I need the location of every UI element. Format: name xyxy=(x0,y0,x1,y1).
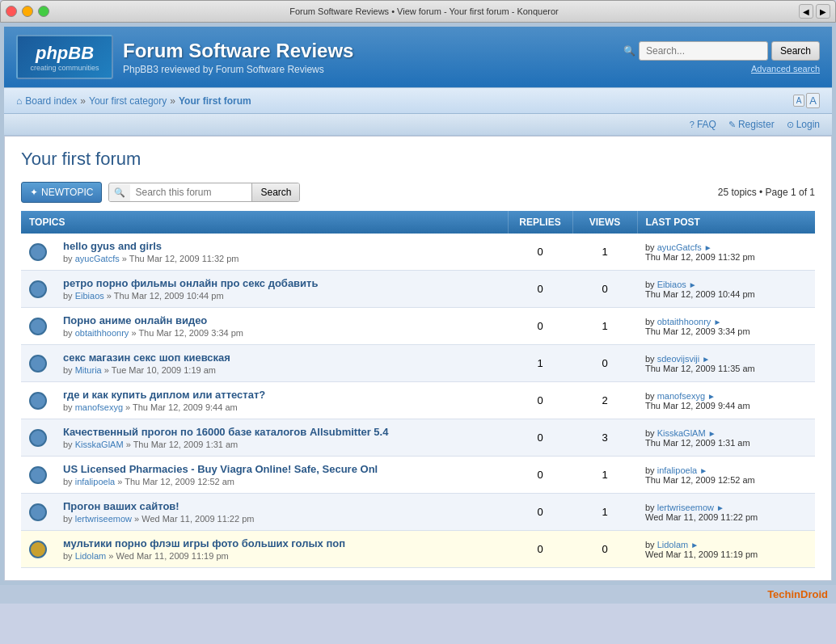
topic-meta: by Eibiaos » Thu Mar 12, 2009 10:44 pm xyxy=(63,291,500,301)
topic-replies: 0 xyxy=(508,382,572,419)
new-topic-button[interactable]: ✦ NEWTOPIC xyxy=(21,182,102,203)
topic-author-link[interactable]: infalipoela xyxy=(75,477,116,486)
lastpost-author-link[interactable]: infalipoela xyxy=(657,465,698,475)
topic-info-cell: где и как купить диплом или аттестат? by… xyxy=(55,382,508,419)
topic-title[interactable]: мультики порно флэш игры фото больших го… xyxy=(63,537,500,549)
topic-views: 1 xyxy=(572,308,637,345)
lastpost-author-link[interactable]: Lidolam xyxy=(657,540,689,549)
topic-icon-cell xyxy=(21,382,55,419)
lastpost-arrow-icon: ► xyxy=(708,429,716,438)
topic-title[interactable]: hello gyus and girls xyxy=(63,240,500,252)
lastpost-author-link[interactable]: manofsexyg xyxy=(657,391,705,401)
page-content: Your first forum ✦ NEWTOPIC 🔍 Search 25 … xyxy=(4,136,832,581)
topic-title[interactable]: Прогон ваших сайтов! xyxy=(63,500,500,512)
topic-meta: by infalipoela » Thu Mar 12, 2009 12:52 … xyxy=(63,477,500,486)
logo-area: phpBB creating communities Forum Softwar… xyxy=(16,35,353,79)
topic-title[interactable]: ретро порно фильмы онлайн про секс добав… xyxy=(63,277,500,289)
topic-icon-cell xyxy=(21,345,55,382)
topic-title[interactable]: Порно аниме онлайн видео xyxy=(63,314,500,326)
logo-subtitle-text: creating communities xyxy=(30,64,99,72)
topic-status-icon xyxy=(29,243,47,261)
topic-title[interactable]: US Licensed Pharmacies - Buy Viagra Onli… xyxy=(63,463,500,475)
topic-author-link[interactable]: lertwriseemow xyxy=(75,514,132,524)
col-replies-header: REPLIES xyxy=(508,211,572,234)
topic-author-link[interactable]: KisskaGlAM xyxy=(75,440,124,449)
window-nav-buttons: ◀ ▶ xyxy=(799,4,830,19)
topic-author-link[interactable]: ayucGatcfs xyxy=(75,254,120,263)
faq-link[interactable]: ? FAQ xyxy=(690,119,716,130)
topic-icon-cell xyxy=(21,531,55,568)
topic-replies: 0 xyxy=(508,308,572,345)
topic-lastpost: by KisskaGlAM ► Thu Mar 12, 2009 1:31 am xyxy=(637,419,815,457)
inner-content: ⌂ Board index » Your first category » Yo… xyxy=(4,87,832,581)
new-topic-icon: ✦ xyxy=(30,187,38,198)
topics-table: TOPICS REPLIES VIEWS LAST POST hello gyu… xyxy=(21,211,815,568)
watermark-text: TechinDroid xyxy=(767,588,828,600)
bottom-watermark: TechinDroid xyxy=(0,585,836,604)
site-subtitle: PhpBB3 reviewed by Forum Software Review… xyxy=(123,64,353,75)
font-increase-btn[interactable]: A xyxy=(806,93,820,108)
topics-table-header: TOPICS REPLIES VIEWS LAST POST xyxy=(21,211,815,234)
font-decrease-btn[interactable]: A xyxy=(793,95,805,107)
col-topics-header: TOPICS xyxy=(21,211,508,234)
breadcrumb-bar: ⌂ Board index » Your first category » Yo… xyxy=(4,87,832,114)
window-min-btn[interactable] xyxy=(22,6,33,17)
topic-lastpost: by manofsexyg ► Thu Mar 12, 2009 9:44 am xyxy=(637,382,815,419)
breadcrumb-board-index[interactable]: Board index xyxy=(25,95,77,107)
header-search-input[interactable] xyxy=(639,41,768,61)
topic-views: 1 xyxy=(572,494,637,531)
topic-status-icon xyxy=(29,429,47,447)
lastpost-arrow-icon: ► xyxy=(704,243,712,252)
header-search-area: 🔍 Search Advanced search xyxy=(623,41,820,74)
advanced-search-link[interactable]: Advanced search xyxy=(751,64,820,74)
topic-icon-cell xyxy=(21,308,55,345)
new-topic-label: NEWTOPIC xyxy=(41,187,93,198)
topic-icon-cell xyxy=(21,494,55,531)
topic-lastpost: by ayucGatcfs ► Thu Mar 12, 2009 11:32 p… xyxy=(637,234,815,271)
lastpost-arrow-icon: ► xyxy=(689,280,697,289)
topic-meta: by ayucGatcfs » Thu Mar 12, 2009 11:32 p… xyxy=(63,254,500,263)
lastpost-author-link[interactable]: sdeovijsviji xyxy=(657,354,700,364)
table-row: где и как купить диплом или аттестат? by… xyxy=(21,382,815,419)
topic-views: 1 xyxy=(572,234,637,271)
toolbar-left: ✦ NEWTOPIC 🔍 Search xyxy=(21,182,300,203)
search-forum-button[interactable]: Search xyxy=(251,183,299,201)
header-search-button[interactable]: Search xyxy=(771,41,820,61)
window-max-btn[interactable] xyxy=(38,6,49,17)
lastpost-author-link[interactable]: lertwriseemow xyxy=(657,503,714,512)
lastpost-arrow-icon: ► xyxy=(699,466,707,475)
topic-author-link[interactable]: obtaithhoonry xyxy=(75,328,129,338)
window-close-btn[interactable] xyxy=(6,6,17,17)
topic-views: 0 xyxy=(572,531,637,568)
topic-title[interactable]: Качественный прогон по 16000 базе катало… xyxy=(63,426,500,438)
login-link[interactable]: ⊙ Login xyxy=(787,119,820,130)
logo-phpbb-text: phpBB xyxy=(36,43,94,63)
topic-title[interactable]: секс магазин секс шоп киевская xyxy=(63,351,500,364)
breadcrumb-home-icon[interactable]: ⌂ xyxy=(16,95,22,107)
lastpost-author-link[interactable]: obtaithhoonry xyxy=(657,317,711,326)
lastpost-arrow-icon: ► xyxy=(713,318,721,326)
search-forum-input[interactable] xyxy=(130,183,251,201)
topic-info-cell: Прогон ваших сайтов! by lertwriseemow » … xyxy=(55,494,508,531)
faq-label: FAQ xyxy=(697,119,716,130)
lastpost-author-link[interactable]: ayucGatcfs xyxy=(657,242,702,252)
topic-author-link[interactable]: Mituria xyxy=(75,365,102,375)
topic-replies: 0 xyxy=(508,271,572,308)
topic-title[interactable]: где и как купить диплом или аттестат? xyxy=(63,389,500,401)
topic-author-link[interactable]: manofsexyg xyxy=(75,402,123,412)
topic-author-link[interactable]: Eibiaos xyxy=(75,291,104,301)
topic-author-link[interactable]: Lidolam xyxy=(75,551,107,561)
nav-next-btn[interactable]: ▶ xyxy=(816,4,830,19)
site-header: phpBB creating communities Forum Softwar… xyxy=(4,27,832,87)
pagination-info: 25 topics • Page 1 of 1 xyxy=(718,187,815,198)
nav-prev-btn[interactable]: ◀ xyxy=(799,4,813,19)
topic-icon-cell xyxy=(21,419,55,457)
topic-status-icon xyxy=(29,280,47,298)
lastpost-author-link[interactable]: KisskaGlAM xyxy=(657,428,706,438)
register-icon: ✎ xyxy=(728,120,736,130)
register-link[interactable]: ✎ Register xyxy=(728,119,775,130)
lastpost-author-link[interactable]: Eibiaos xyxy=(657,280,686,289)
topic-info-cell: ретро порно фильмы онлайн про секс добав… xyxy=(55,271,508,308)
breadcrumb-category[interactable]: Your first category xyxy=(89,95,167,107)
breadcrumb-current-forum[interactable]: Your first forum xyxy=(179,95,251,107)
